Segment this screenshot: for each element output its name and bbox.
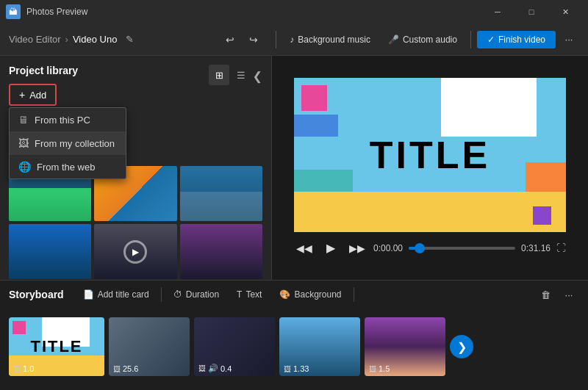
edit-title-icon[interactable]: ✎ <box>126 34 134 45</box>
library-title: Project library <box>9 65 78 76</box>
expand-button[interactable]: ⛶ <box>556 242 566 253</box>
clip-3-icon: 🖼 <box>198 364 206 372</box>
redo-button[interactable]: ↪ <box>243 29 264 50</box>
from-pc-item[interactable]: 🖥 From this PC <box>10 108 126 131</box>
titlebar: 🏔 Photos Preview ─ □ ✕ <box>0 0 588 24</box>
add-button-container: + Add 🖥 From this PC 🖼 From my collectio… <box>9 84 262 106</box>
web-icon: 🌐 <box>18 161 31 173</box>
music-icon: ♪ <box>290 35 294 45</box>
view-toggle: ⊞ ☰ ❯ <box>209 65 262 85</box>
duration-button[interactable]: ⏱ Duration <box>166 286 226 303</box>
background-music-button[interactable]: ♪ Background music <box>282 31 378 48</box>
title-card-orange <box>526 162 566 192</box>
background-icon: 🎨 <box>279 289 290 300</box>
add-label: Add <box>29 90 46 101</box>
storyboard-clips: TITLE 🖼 1.0 🖼 25.6 🖼 🔊 0.4 <box>9 308 579 390</box>
play-button[interactable]: ▶ <box>320 238 341 259</box>
sidebar-collapse-button[interactable]: ❯ <box>253 65 262 85</box>
video-preview-area: TITLE ◀◀ ▶ ▶▶ 0:00.00 0:31.16 ⛶ <box>272 56 588 280</box>
clip-2-icon: 🖼 <box>113 365 121 373</box>
media-item[interactable] <box>180 224 262 279</box>
clip-2-label: 🖼 25.6 <box>113 364 138 373</box>
media-item[interactable] <box>180 166 262 221</box>
title-card-text: TITLE <box>370 133 490 177</box>
custom-audio-button[interactable]: 🎤 Custom audio <box>381 31 465 48</box>
finish-video-button[interactable]: ✓ Finish video <box>477 31 556 48</box>
background-button[interactable]: 🎨 Background <box>272 286 348 303</box>
clip-5[interactable]: 🖼 1.5 <box>365 317 445 376</box>
progress-slider[interactable] <box>409 247 515 250</box>
total-duration: 0:31.16 <box>521 243 551 253</box>
from-web-label: From the web <box>37 162 95 173</box>
video-preview: TITLE <box>294 78 566 232</box>
rewind-button[interactable]: ◀◀ <box>294 238 315 259</box>
app-title: Photos Preview <box>26 7 87 17</box>
title-card-teal <box>294 170 353 192</box>
add-dropdown-menu: 🖥 From this PC 🖼 From my collection 🌐 Fr… <box>9 107 126 179</box>
storyboard-sep-1 <box>161 287 162 302</box>
media-item[interactable]: ▶ <box>94 224 176 279</box>
breadcrumb-parent[interactable]: Video Editor <box>9 34 61 45</box>
breadcrumb: Video Editor › Video Uno ✎ <box>9 34 134 45</box>
clip-4-icon: 🖼 <box>284 365 291 373</box>
maximize-button[interactable]: □ <box>514 0 548 24</box>
title-card-purple <box>533 206 551 225</box>
from-collection-label: From my collection <box>35 138 115 149</box>
close-button[interactable]: ✕ <box>548 0 582 24</box>
clip-1-duration: 1.0 <box>23 364 34 373</box>
title-card-white <box>441 78 537 137</box>
current-time: 0:00.00 <box>373 243 403 253</box>
playback-controls: ◀◀ ▶ ▶▶ 0:00.00 0:31.16 ⛶ <box>294 238 566 259</box>
clip-3[interactable]: 🖼 🔊 0.4 <box>194 317 275 376</box>
title-card-preview: TITLE <box>294 78 566 232</box>
text-button[interactable]: T Text <box>229 286 269 303</box>
collection-icon: 🖼 <box>18 137 29 149</box>
progress-thumb[interactable] <box>415 243 425 253</box>
add-title-card-button[interactable]: 📄 Add title card <box>76 286 157 303</box>
text-icon: T <box>237 289 242 300</box>
app-icon: 🏔 <box>6 4 21 19</box>
undo-button[interactable]: ↩ <box>220 29 240 50</box>
clip-4[interactable]: 🖼 1.33 <box>279 317 360 376</box>
breadcrumb-separator: › <box>65 34 68 45</box>
finish-icon: ✓ <box>487 35 495 45</box>
audio-icon: 🎤 <box>388 35 399 45</box>
undo-redo-group: ↩ ↪ <box>220 29 264 50</box>
clip-4-duration: 1.33 <box>293 364 309 373</box>
clip-2[interactable]: 🖼 25.6 <box>109 317 190 376</box>
storyboard-title: Storyboard <box>9 289 64 300</box>
from-web-item[interactable]: 🌐 From the web <box>10 155 126 178</box>
minimize-button[interactable]: ─ <box>481 0 514 24</box>
clip-5-icon: 🖼 <box>369 365 376 373</box>
storyboard-more-button[interactable]: ··· <box>559 284 579 305</box>
clip-3-label: 🖼 🔊 0.4 <box>198 364 232 373</box>
window-controls: ─ □ ✕ <box>481 0 582 24</box>
add-icon: + <box>19 89 25 101</box>
duration-icon: ⏱ <box>173 289 182 300</box>
clip-1[interactable]: TITLE 🖼 1.0 <box>9 317 104 376</box>
list-view-button[interactable]: ☰ <box>231 65 251 85</box>
title-card-blue <box>294 115 338 137</box>
project-library: Project library ⊞ ☰ ❯ + Add 🖥 From this … <box>0 56 272 280</box>
clip-1-icon: 🖼 <box>13 365 21 373</box>
toolbar-separator-1 <box>276 31 276 48</box>
clip-2-duration: 25.6 <box>123 364 138 373</box>
storyboard-sep-2 <box>354 287 354 302</box>
toolbar-more-button[interactable]: ··· <box>559 29 579 50</box>
next-clips-button[interactable]: ❯ <box>450 335 473 358</box>
toolbar: Video Editor › Video Uno ✎ ↩ ↪ ♪ Backgro… <box>0 24 588 56</box>
title-card-pink <box>301 85 327 111</box>
add-button[interactable]: + Add <box>9 84 57 106</box>
clip-3-duration: 0.4 <box>220 364 232 373</box>
delete-button[interactable]: 🗑 <box>535 284 556 305</box>
toolbar-separator-2 <box>470 31 471 48</box>
main-content: Project library ⊞ ☰ ❯ + Add 🖥 From this … <box>0 56 588 280</box>
from-pc-label: From this PC <box>35 115 90 126</box>
from-collection-item[interactable]: 🖼 From my collection <box>10 131 126 155</box>
title-card-yellow <box>294 192 566 232</box>
forward-button[interactable]: ▶▶ <box>347 238 368 259</box>
media-item[interactable] <box>9 224 91 279</box>
clip-4-label: 🖼 1.33 <box>284 364 309 373</box>
grid-view-button[interactable]: ⊞ <box>209 65 229 85</box>
storyboard: Storyboard 📄 Add title card ⏱ Duration T… <box>0 280 588 390</box>
